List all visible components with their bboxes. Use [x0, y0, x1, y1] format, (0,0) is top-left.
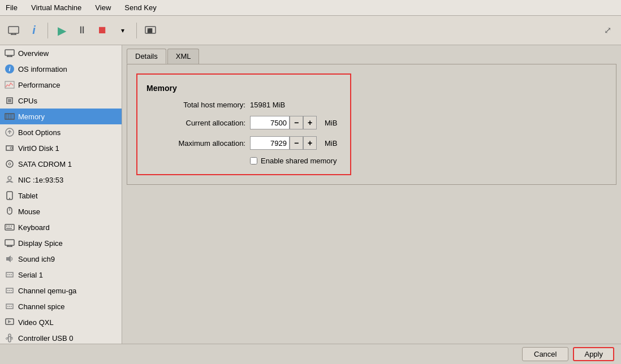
content-area: Details XML Memory Total host memory: 15…: [122, 45, 621, 344]
shared-memory-checkbox[interactable]: [250, 157, 257, 164]
cpus-icon: [5, 96, 15, 106]
screen-button[interactable]: [5, 21, 23, 40]
console-button[interactable]: ⬛: [141, 21, 159, 40]
max-alloc-input-group: − +: [250, 136, 317, 150]
boot-options-icon: [5, 127, 15, 137]
menu-send-key[interactable]: Send Key: [122, 2, 158, 13]
os-information-icon: i: [5, 64, 15, 74]
svg-rect-35: [6, 228, 12, 229]
svg-point-28: [9, 198, 10, 199]
toolbar-separator-1: [48, 23, 48, 38]
virtio-disk-1-icon: [5, 143, 15, 153]
sidebar-item-label-virtio-disk-1: VirtIO Disk 1: [18, 144, 59, 153]
details-panel: Memory Total host memory: 15981 MiB Curr…: [127, 64, 616, 185]
sidebar-item-os-information[interactable]: iOS information: [0, 61, 122, 77]
tablet-icon: [5, 190, 15, 201]
channel-qemu-ga-icon: [5, 285, 15, 296]
sidebar-item-label-overview: Overview: [18, 49, 49, 58]
sidebar-item-label-controller-usb-0: Controller USB 0: [18, 334, 74, 343]
svg-rect-32: [6, 226, 7, 227]
sidebar-item-controller-usb-0[interactable]: Controller USB 0: [0, 330, 122, 344]
shared-memory-label: Enable shared memory: [261, 157, 337, 165]
svg-rect-55: [8, 334, 11, 342]
sidebar-item-video-qxl[interactable]: Video QXL: [0, 314, 122, 330]
run-button[interactable]: ▶: [53, 21, 71, 40]
sidebar-item-keyboard[interactable]: Keyboard: [0, 219, 122, 235]
apply-button[interactable]: Apply: [573, 347, 614, 361]
max-alloc-label: Maximum allocation:: [146, 139, 245, 148]
cancel-button[interactable]: Cancel: [522, 347, 568, 361]
sidebar-item-label-mouse: Mouse: [18, 207, 40, 216]
sidebar-item-performance[interactable]: Performance: [0, 77, 122, 93]
keyboard-icon: [5, 222, 15, 232]
svg-rect-6: [5, 50, 14, 55]
sidebar-item-sound-ich9[interactable]: Sound ich9: [0, 251, 122, 267]
dropdown-button[interactable]: ▾: [114, 21, 132, 40]
sidebar-item-label-display-spice: Display Spice: [18, 239, 63, 248]
max-alloc-row: Maximum allocation: − + MiB: [146, 136, 341, 150]
max-alloc-decrement[interactable]: −: [290, 136, 303, 150]
sidebar-item-label-performance: Performance: [18, 81, 60, 89]
sata-cdrom-1-icon: [5, 159, 15, 169]
video-qxl-icon: [5, 317, 15, 327]
current-alloc-input-group: − +: [250, 116, 317, 129]
pause-button[interactable]: ⏸: [73, 21, 91, 40]
sidebar-item-label-sound-ich9: Sound ich9: [18, 255, 55, 263]
channel-spice-icon: [5, 301, 15, 311]
bottom-bar: Cancel Apply: [0, 344, 621, 364]
current-alloc-row: Current allocation: − + MiB: [146, 116, 341, 129]
sidebar-item-display-spice[interactable]: Display Spice: [0, 235, 122, 251]
sidebar-item-label-os-information: OS information: [18, 65, 67, 73]
svg-point-25: [8, 163, 11, 165]
sidebar-item-label-sata-cdrom-1: SATA CDROM 1: [18, 160, 72, 168]
info-button[interactable]: i: [25, 21, 43, 40]
sound-ich9-icon: [5, 254, 15, 264]
svg-marker-40: [6, 255, 11, 262]
svg-rect-31: [5, 224, 14, 230]
svg-rect-0: [8, 27, 19, 33]
total-host-value: 15981 MiB: [250, 101, 285, 109]
sidebar-item-channel-spice[interactable]: Channel spice: [0, 298, 122, 314]
sidebar-item-memory[interactable]: Memory: [0, 109, 122, 124]
sidebar-item-overview[interactable]: Overview: [0, 45, 122, 61]
sidebar: OverviewiOS informationPerformanceCPUsMe…: [0, 45, 122, 344]
max-alloc-increment[interactable]: +: [303, 136, 317, 150]
svg-text:⬛: ⬛: [147, 28, 153, 33]
sidebar-item-label-keyboard: Keyboard: [18, 223, 50, 232]
svg-point-23: [10, 147, 12, 149]
menu-view[interactable]: View: [93, 2, 113, 13]
tab-xml[interactable]: XML: [167, 49, 200, 64]
sidebar-item-label-serial-1: Serial 1: [18, 271, 43, 279]
sidebar-item-label-video-qxl: Video QXL: [18, 318, 54, 327]
toolbar: i ▶ ⏸ ⏹ ▾ ⬛ ⤢: [0, 16, 621, 45]
sidebar-item-nic[interactable]: NIC :1e:93:53: [0, 172, 122, 188]
overview-icon: [5, 48, 15, 58]
total-host-label: Total host memory:: [146, 101, 245, 109]
sidebar-item-mouse[interactable]: Mouse: [0, 203, 122, 219]
sidebar-item-tablet[interactable]: Tablet: [0, 188, 122, 203]
shared-memory-row: Enable shared memory: [250, 157, 341, 165]
sidebar-item-boot-options[interactable]: Boot Options: [0, 124, 122, 140]
sidebar-item-sata-cdrom-1[interactable]: SATA CDROM 1: [0, 156, 122, 172]
tabs-bar: Details XML: [122, 45, 621, 64]
current-alloc-increment[interactable]: +: [303, 116, 317, 129]
svg-rect-14: [8, 99, 11, 102]
sidebar-item-serial-1[interactable]: Serial 1: [0, 267, 122, 283]
svg-rect-36: [5, 240, 14, 245]
menu-virtual-machine[interactable]: Virtual Machine: [29, 2, 84, 13]
sidebar-item-cpus[interactable]: CPUs: [0, 93, 122, 109]
tab-details[interactable]: Details: [127, 49, 166, 64]
svg-rect-15: [5, 114, 14, 119]
toolbar-separator-2: [136, 23, 137, 38]
stop-button[interactable]: ⏹: [93, 21, 111, 40]
current-alloc-input[interactable]: [250, 116, 290, 129]
max-alloc-input[interactable]: [250, 136, 290, 150]
memory-icon: [5, 111, 15, 122]
sidebar-item-virtio-disk-1[interactable]: VirtIO Disk 1: [0, 140, 122, 156]
current-alloc-decrement[interactable]: −: [290, 116, 303, 129]
sidebar-item-channel-qemu-ga[interactable]: Channel qemu-ga: [0, 283, 122, 298]
menu-file[interactable]: File: [3, 2, 20, 13]
resize-button[interactable]: ⤢: [598, 21, 616, 40]
svg-rect-34: [11, 226, 12, 227]
sidebar-item-label-channel-qemu-ga: Channel qemu-ga: [18, 287, 76, 295]
